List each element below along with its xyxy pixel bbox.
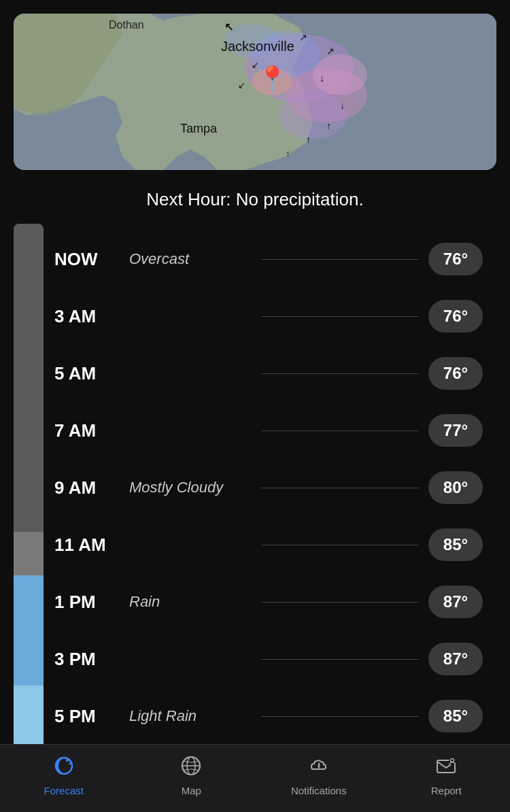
precipitation-summary: Next Hour: No precipitation. [0, 170, 510, 224]
tab-notifications-label: Notifications [291, 785, 347, 796]
svg-text:📍: 📍 [257, 64, 288, 93]
svg-text:↑: ↑ [326, 120, 331, 131]
hourly-row: 7 AM 77° [0, 402, 496, 459]
svg-text:↗: ↗ [326, 46, 335, 56]
svg-text:↗: ↗ [299, 32, 307, 43]
tab-map-label: Map [182, 785, 201, 796]
svg-text:Dothan: Dothan [109, 19, 144, 31]
hourly-row: 1 PM Rain 87° [0, 573, 496, 630]
hourly-row: 3 AM 76° [0, 288, 496, 345]
hourly-row: 9 AM Mostly Cloudy 80° [0, 459, 496, 516]
forecast-icon [52, 754, 75, 781]
hourly-row: 5 PM Light Rain 85° [0, 688, 496, 745]
report-icon [435, 754, 458, 781]
svg-point-23 [66, 759, 69, 762]
svg-point-29 [318, 768, 320, 769]
svg-text:↑: ↑ [286, 148, 290, 158]
tab-notifications[interactable]: Notifications [255, 754, 383, 796]
svg-text:↑: ↑ [306, 134, 311, 145]
svg-text:Jacksonville: Jacksonville [221, 39, 294, 54]
map-icon [180, 754, 203, 781]
tab-report-label: Report [431, 785, 462, 796]
notifications-icon [307, 754, 330, 781]
tab-forecast-label: Forecast [44, 785, 84, 796]
hourly-row: 3 PM 87° [0, 630, 496, 688]
hourly-row: 5 AM 76° [0, 345, 496, 402]
svg-text:↓: ↓ [320, 73, 324, 84]
svg-point-5 [279, 92, 347, 139]
tab-map[interactable]: Map [128, 754, 256, 796]
svg-text:Tampa: Tampa [180, 122, 218, 135]
tab-bar: Forecast Map Notifications [0, 744, 510, 812]
svg-point-24 [69, 762, 71, 764]
hourly-row: 11 AM 85° [0, 516, 496, 573]
svg-text:↙: ↙ [238, 80, 245, 90]
svg-text:↓: ↓ [340, 100, 345, 111]
svg-text:↖: ↖ [224, 21, 233, 33]
tab-forecast[interactable]: Forecast [0, 754, 128, 796]
tab-report[interactable]: Report [383, 754, 511, 796]
radar-map[interactable]: ↖ ↗ ↗ ↓ ↓ ↑ ↑ ↑ ↙ ↙ Dothan Jacksonville … [14, 14, 496, 170]
hourly-row: NOW Overcast 76° [0, 231, 496, 288]
main-content: ↖ ↗ ↗ ↓ ↓ ↑ ↑ ↑ ↙ ↙ Dothan Jacksonville … [0, 14, 510, 812]
hourly-forecast-list: NOW Overcast 76° 3 AM 76° 5 AM 76° 7 AM … [0, 224, 510, 751]
